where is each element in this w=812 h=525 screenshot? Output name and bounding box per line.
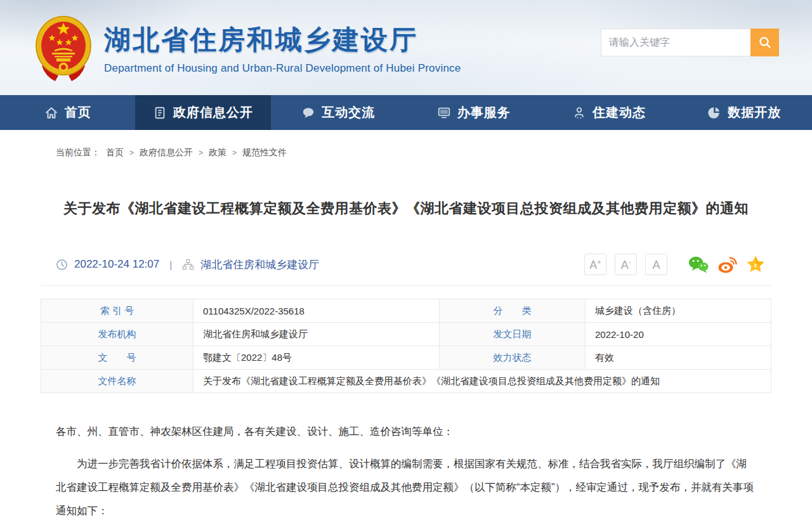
breadcrumb-policy[interactable]: 政策 — [209, 147, 226, 159]
nav-label: 办事服务 — [457, 104, 511, 121]
breadcrumb: 当前位置： 首页 > 政府信息公开 > 政策 > 规范性文件 — [41, 130, 771, 159]
site-header: 湖北省住房和城乡建设厅 Department of Housing and Ur… — [0, 0, 812, 95]
publish-time: 2022-10-24 12:07 — [74, 258, 159, 271]
document-icon — [153, 106, 167, 120]
qzone-share-button[interactable]: z — [746, 255, 765, 274]
doc-number-value: 鄂建文〔2022〕48号 — [193, 346, 440, 370]
article: 关于发布《湖北省建设工程概算定额及全费用基价表》《湖北省建设项目总投资组成及其他… — [41, 199, 771, 523]
doc-issuer-value: 湖北省住房和城乡建设厅 — [193, 323, 440, 346]
nav-label: 政府信息公开 — [173, 104, 253, 121]
source-org-icon — [182, 259, 194, 271]
wechat-share-button[interactable] — [688, 255, 709, 274]
nav-item-interaction[interactable]: 互动交流 — [271, 95, 406, 130]
doc-title-label: 文件名称 — [41, 370, 193, 393]
doc-issue-date-value: 2022-10-20 — [586, 323, 771, 346]
search-bar — [601, 29, 779, 56]
font-reset-button[interactable]: A — [645, 254, 667, 275]
weibo-icon — [717, 255, 738, 274]
nav-item-home[interactable]: 首页 — [0, 95, 135, 130]
nav-label: 住建动态 — [593, 104, 646, 121]
search-button[interactable] — [750, 29, 779, 56]
doc-title-value: 关于发布《湖北省建设工程概算定额及全费用基价表》《湖北省建设项目总投资组成及其他… — [193, 370, 771, 393]
doc-category-value: 城乡建设（含住房） — [586, 299, 771, 323]
nav-item-services[interactable]: 办事服务 — [406, 95, 541, 130]
table-row: 索 引 号 01104325X/2022-35618 分 类 城乡建设（含住房） — [41, 299, 771, 323]
page-title: 关于发布《湖北省建设工程概算定额及全费用基价表》《湖北省建设项目总投资组成及其他… — [41, 199, 771, 218]
meta-divider: | — [169, 259, 172, 270]
doc-info-table: 索 引 号 01104325X/2022-35618 分 类 城乡建设（含住房）… — [41, 299, 771, 393]
main-nav: 首页 政府信息公开 互动交流 办事服务 住建动态 — [0, 95, 812, 130]
doc-issuer-label: 发布机构 — [41, 323, 193, 346]
weibo-share-button[interactable] — [717, 255, 738, 274]
breadcrumb-label: 当前位置： — [56, 147, 100, 159]
search-input[interactable] — [601, 29, 750, 56]
font-decrease-button[interactable]: A- — [615, 254, 637, 275]
nav-item-gov-info[interactable]: 政府信息公开 — [135, 95, 270, 130]
nav-item-open-data[interactable]: 数据开放 — [677, 95, 812, 130]
site-title: 湖北省住房和城乡建设厅 — [104, 22, 461, 58]
doc-validity-label: 效力状态 — [440, 346, 586, 370]
nav-label: 首页 — [65, 104, 91, 121]
body-paragraph-intro: 为进一步完善我省计价依据体系，满足工程项目投资估算、设计概算的编制需要，根据国家… — [56, 452, 756, 522]
search-icon — [757, 35, 773, 50]
home-icon — [44, 106, 58, 120]
doc-index-label: 索 引 号 — [41, 299, 193, 323]
pie-chart-icon — [707, 106, 721, 120]
breadcrumb-gov-info[interactable]: 政府信息公开 — [140, 147, 193, 159]
doc-category-label: 分 类 — [440, 299, 586, 323]
chat-icon — [301, 106, 315, 120]
breadcrumb-separator: > — [199, 148, 203, 157]
breadcrumb-separator: > — [232, 148, 237, 157]
person-badge-icon — [572, 106, 586, 120]
wechat-icon — [688, 255, 709, 274]
clock-icon — [56, 259, 68, 271]
breadcrumb-normative-docs[interactable]: 规范性文件 — [242, 147, 287, 159]
nav-label: 互动交流 — [322, 104, 375, 121]
monitor-icon — [437, 106, 451, 120]
national-emblem-logo — [33, 13, 94, 82]
article-body: 各市、州、直管市、神农架林区住建局，各有关建设、设计、施工、造价咨询等单位： 为… — [41, 420, 771, 523]
body-paragraph-salutation: 各市、州、直管市、神农架林区住建局，各有关建设、设计、施工、造价咨询等单位： — [56, 420, 756, 443]
table-row: 文件名称 关于发布《湖北省建设工程概算定额及全费用基价表》《湖北省建设项目总投资… — [41, 370, 771, 393]
qzone-icon: z — [746, 255, 765, 274]
doc-issue-date-label: 发文日期 — [440, 323, 586, 346]
article-source: 湖北省住房和城乡建设厅 — [200, 257, 319, 272]
nav-item-news[interactable]: 住建动态 — [541, 95, 676, 130]
doc-number-label: 文 号 — [41, 346, 193, 370]
doc-validity-value: 有效 — [586, 346, 771, 370]
breadcrumb-separator: > — [129, 148, 134, 157]
article-meta: 2022-10-24 12:07 | 湖北省住房和城乡建设厅 A+ A- A — [41, 254, 771, 286]
brand: 湖北省住房和城乡建设厅 Department of Housing and Ur… — [33, 13, 461, 82]
table-row: 文 号 鄂建文〔2022〕48号 效力状态 有效 — [41, 346, 771, 370]
table-row: 发布机构 湖北省住房和城乡建设厅 发文日期 2022-10-20 — [41, 323, 771, 346]
svg-text:z: z — [754, 262, 757, 268]
nav-label: 数据开放 — [728, 104, 781, 121]
font-increase-button[interactable]: A+ — [584, 254, 606, 275]
site-subtitle: Department of Housing and Urban-Rural De… — [104, 62, 461, 75]
doc-index-value: 01104325X/2022-35618 — [193, 299, 440, 323]
breadcrumb-home[interactable]: 首页 — [106, 147, 124, 159]
